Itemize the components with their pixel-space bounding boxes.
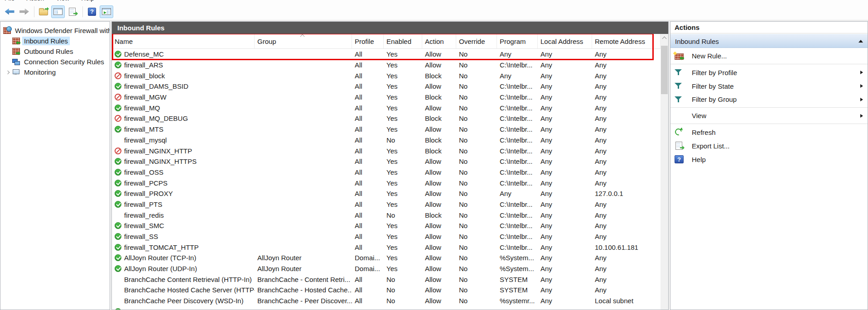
export-list-button[interactable] [66,5,79,18]
tree-items: Inbound Rules Outbound Rules Connection … [0,36,110,77]
rule-name: firewall_OSS [124,168,164,176]
rule-name: firewall_TOMCAT_HTTP [124,243,198,251]
scroll-up-button[interactable] [661,34,668,42]
expand-chevron-icon[interactable] [6,70,10,74]
table-row[interactable]: firewall_SMC All Yes Allow No C:\Intelbr… [112,220,661,231]
forward-button[interactable] [17,5,31,18]
rule-remote-address: Any [592,114,661,122]
column-header[interactable]: Name [112,34,255,48]
table-row[interactable]: firewall_PROXY All Yes Allow No Any Any … [112,188,661,199]
table-row[interactable]: firewall_NGINX_HTTP All Yes Block No C:\… [112,145,661,156]
action-item[interactable]: Refresh [670,125,868,139]
actions-section-header[interactable]: Inbound Rules [670,34,868,48]
menu-item[interactable]: Action [26,0,44,2]
table-row[interactable]: firewall_PCPS All Yes Allow No C:\Intelb… [112,177,661,188]
table-row[interactable] [112,306,661,310]
show-hide-console-tree-button[interactable] [51,5,65,18]
actions-section-label: Inbound Rules [675,38,719,45]
action-item-label: Filter by Profile [692,69,737,76]
column-header[interactable]: Local Address [538,34,592,48]
rule-local-address: Any [538,179,592,187]
rule-state-icon [115,190,121,197]
rule-remote-address: Local subnet [592,297,661,305]
table-row[interactable]: firewall_mysql All No Block No C:\Intelb… [112,135,661,146]
rule-local-address: Any [538,200,592,208]
console-tree-panel: Windows Defender Firewall with Inbound R… [0,21,110,310]
export-list-icon [68,8,77,16]
rule-override: No [456,114,497,122]
table-row[interactable]: firewall_MGW All Yes Block No C:\Intelbr… [112,92,661,103]
table-row[interactable]: BranchCache Peer Discovery (WSD-In) Bran… [112,296,661,306]
rule-remote-address: Any [592,200,661,208]
rule-name: AllJoyn Router (UDP-In) [124,265,197,272]
chevron-up-icon [662,36,667,41]
column-header[interactable]: Profile [352,34,384,48]
action-item[interactable]: View [670,109,868,124]
menu-item[interactable]: Help [81,0,94,2]
table-row[interactable]: firewall_OSS All Yes Allow No C:\Intelbr… [112,167,661,178]
actions-pane-title: Actions [670,22,868,33]
actions-panel: Actions Inbound Rules New Rule... Filter… [670,21,868,310]
tree-item[interactable]: Inbound Rules [0,36,110,46]
rule-state-icon [115,62,121,68]
rule-remote-address: Any [592,61,661,69]
table-row[interactable]: BranchCache Content Retrieval (HTTP-In) … [112,274,661,285]
menu-item[interactable]: File [5,0,15,2]
rule-remote-address: Any [592,125,661,133]
rule-name-cell: firewall_NGINX_HTTP [112,147,255,155]
action-item[interactable]: Filter by Group [670,93,868,108]
action-item[interactable]: Filter by State [670,79,868,93]
action-item[interactable]: Export List... [670,139,868,153]
rule-state-icon [115,51,121,57]
table-row[interactable]: firewall_ARS All Yes Allow No C:\Intelbr… [112,60,661,71]
rule-local-address: Any [538,104,592,112]
table-row[interactable]: firewall_PTS All Yes Allow No C:\Intelbr… [112,199,661,210]
rule-state-icon [115,244,121,251]
table-row[interactable]: firewall_SS All Yes Allow No C:\Intelbr.… [112,231,661,242]
action-item-label: Refresh [692,129,716,136]
menu-item[interactable]: View [56,0,69,2]
column-header[interactable]: Remote Address [592,34,661,48]
column-header[interactable]: Program [497,34,538,48]
rule-group: BranchCache - Content Retri... [255,276,352,283]
tree-item[interactable]: Outbound Rules [0,46,110,57]
tree-item[interactable]: Monitoring [0,67,110,77]
action-item[interactable]: Filter by Profile [670,66,868,79]
vertical-scrollbar[interactable] [661,34,668,310]
table-row[interactable]: firewall_DAMS_BSID All Yes Allow No C:\I… [112,81,661,92]
console-body: Windows Defender Firewall with Inbound R… [0,20,868,310]
rule-remote-address: Any [592,179,661,187]
rule-name-cell: firewall_redis [112,211,255,219]
tree-item[interactable]: Connection Security Rules [0,57,110,67]
rule-name-cell: AllJoyn Router (TCP-In) [112,254,255,262]
rule-program: C:\Intelbr... [497,61,538,69]
tree-root-item[interactable]: Windows Defender Firewall with [0,25,110,36]
tree-item-icon [12,38,20,44]
table-row[interactable]: firewall_NGINX_HTTPS All Yes Allow No C:… [112,156,661,167]
export-folder-button[interactable] [37,5,50,18]
table-row[interactable]: firewall_MTS All Yes Allow No C:\Intelbr… [112,124,661,135]
column-header[interactable]: Action [422,34,456,48]
help-button[interactable] [85,5,99,18]
table-row[interactable]: firewall_block All Yes Block No Any Any … [112,70,661,81]
scrollbar-thumb[interactable] [661,46,668,94]
action-item[interactable]: Help [670,153,868,166]
show-hide-action-pane-button[interactable] [100,5,113,18]
rule-local-address: Any [538,297,592,305]
table-row[interactable]: firewall_MQ All Yes Allow No C:\Intelbr.… [112,102,661,113]
table-row[interactable]: Defense_MC All Yes Allow No Any Any Any [112,49,661,60]
table-row[interactable]: firewall_TOMCAT_HTTP All Yes Allow No C:… [112,242,661,253]
column-header[interactable]: Override [456,34,497,48]
column-header[interactable]: Enabled [384,34,422,48]
table-row[interactable]: AllJoyn Router (UDP-In) AllJoyn Router D… [112,263,661,274]
table-row[interactable]: firewall_MQ_DEBUG All Yes Block No C:\In… [112,113,661,124]
collapse-arrow-icon[interactable] [858,40,863,43]
table-row[interactable]: firewall_redis All No Block No C:\Intelb… [112,210,661,220]
action-item[interactable]: New Rule... [670,49,868,64]
table-row[interactable]: BranchCache Hosted Cache Server (HTTP-In… [112,285,661,296]
rule-state-icon [115,115,121,122]
rule-enabled: Yes [384,61,422,69]
rule-override: No [456,157,497,165]
back-button[interactable] [3,5,16,18]
table-row[interactable]: AllJoyn Router (TCP-In) AllJoyn Router D… [112,253,661,263]
